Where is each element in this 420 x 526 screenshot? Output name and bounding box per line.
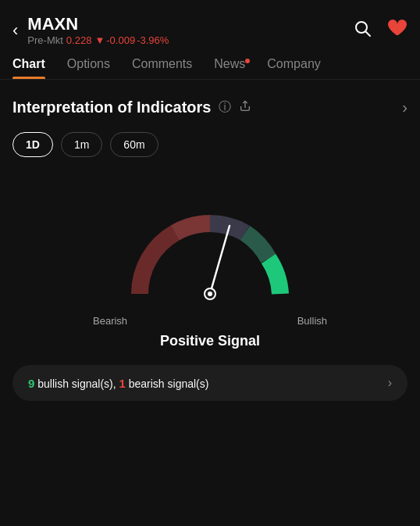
gauge-container: Bearish Bullish Positive Signal <box>12 181 408 349</box>
tab-nav: Chart Options Comments News Company <box>0 54 420 80</box>
tab-options[interactable]: Options <box>67 57 110 79</box>
tab-chart[interactable]: Chart <box>12 57 45 79</box>
premkt-change: ▼ -0.009 -3.96% <box>94 34 169 46</box>
time-btn-60m[interactable]: 60m <box>110 132 158 157</box>
signals-chevron-icon: › <box>388 376 392 390</box>
ticker-symbol: MAXN <box>27 14 169 34</box>
ticker-premkt: Pre-Mkt 0.228 ▼ -0.009 -3.96% <box>27 34 169 46</box>
premkt-change-val: -0.009 <box>106 34 135 46</box>
back-button[interactable]: ‹ <box>12 20 18 41</box>
news-dot <box>245 59 250 63</box>
gauge-wrapper <box>93 181 327 306</box>
signals-text: 9 bullish signal(s), 1 bearish signal(s) <box>28 377 208 390</box>
premkt-label: Pre-Mkt <box>27 34 63 46</box>
signals-bar[interactable]: 9 bullish signal(s), 1 bearish signal(s)… <box>12 365 408 401</box>
header: ‹ MAXN Pre-Mkt 0.228 ▼ -0.009 -3.96% <box>0 0 420 54</box>
tab-company[interactable]: Company <box>267 57 320 79</box>
gauge-svg <box>93 181 327 306</box>
gauge-signal-label: Positive Signal <box>160 333 260 349</box>
gauge-bearish-label: Bearish <box>93 315 127 327</box>
tab-news[interactable]: News <box>214 57 245 79</box>
header-left: ‹ MAXN Pre-Mkt 0.228 ▼ -0.009 -3.96% <box>12 14 169 46</box>
info-icon[interactable]: ⓘ <box>219 99 231 116</box>
time-btn-1m[interactable]: 1m <box>61 132 102 157</box>
premkt-arrow: ▼ <box>94 34 105 46</box>
section-title: Interpretation of Indicators <box>12 98 211 116</box>
header-right <box>353 17 408 43</box>
section-chevron-icon[interactable]: › <box>402 98 408 116</box>
signals-bullish-text: bullish signal(s), <box>37 378 119 390</box>
time-buttons: 1D 1m 60m <box>12 132 408 157</box>
signals-bullish-count: 9 <box>28 377 34 390</box>
time-btn-1d[interactable]: 1D <box>12 132 53 157</box>
ticker-info: MAXN Pre-Mkt 0.228 ▼ -0.009 -3.96% <box>27 14 169 46</box>
gauge-labels: Bearish Bullish <box>93 315 327 327</box>
tab-comments[interactable]: Comments <box>132 57 192 79</box>
svg-line-1 <box>366 31 371 36</box>
section-header: Interpretation of Indicators ⓘ › <box>12 98 408 116</box>
signals-bearish-text: bearish signal(s) <box>129 378 209 390</box>
main-content: Interpretation of Indicators ⓘ › 1D 1m 6… <box>0 80 420 420</box>
heart-icon[interactable] <box>386 17 408 43</box>
share-icon[interactable] <box>239 100 251 116</box>
section-title-group: Interpretation of Indicators ⓘ <box>12 98 251 116</box>
premkt-pct: -3.96% <box>137 34 169 46</box>
gauge-needle <box>210 226 230 294</box>
premkt-price: 0.228 <box>66 34 92 46</box>
gauge-needle-dot <box>208 292 212 296</box>
search-icon[interactable] <box>353 19 372 42</box>
signals-bearish-count: 1 <box>119 377 126 390</box>
gauge-bullish-label: Bullish <box>297 315 327 327</box>
